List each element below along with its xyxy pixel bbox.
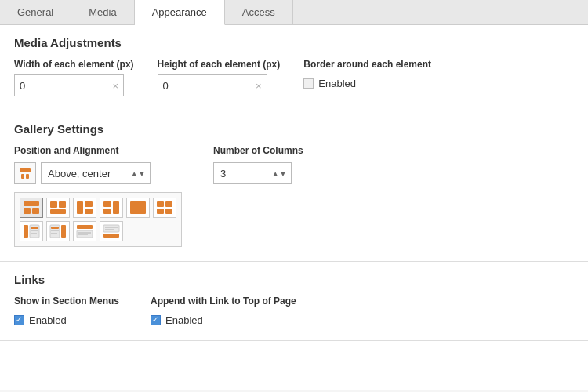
show-label: Show in Section Menus: [14, 296, 119, 307]
layout-item-5[interactable]: [126, 198, 150, 218]
append-enabled-label: Enabled: [165, 314, 203, 326]
width-input[interactable]: [20, 80, 109, 92]
media-adjustments-section: Media Adjustments Width of each element …: [0, 25, 588, 111]
layout-item-6[interactable]: [153, 198, 176, 218]
align-preview-svg: [17, 165, 33, 181]
svg-rect-23: [31, 230, 38, 231]
height-label: Height of each element (px): [158, 59, 281, 70]
tabs-bar: General Media Appearance Access: [0, 0, 588, 25]
height-input-wrap: ×: [158, 74, 267, 96]
border-enabled-row: Enabled: [303, 78, 431, 89]
layout-item-10[interactable]: [100, 221, 123, 241]
layout-item-9[interactable]: [73, 221, 96, 241]
links-section: Links Show in Section Menus Enabled Appe…: [0, 262, 588, 341]
append-enabled-checkbox[interactable]: [151, 315, 161, 325]
columns-label: Number of Columns: [213, 145, 303, 156]
svg-rect-24: [31, 233, 37, 234]
svg-rect-6: [50, 201, 57, 208]
svg-rect-8: [50, 209, 66, 214]
align-selector: Above, center Above, left Above, right B…: [14, 162, 182, 184]
svg-rect-28: [51, 230, 59, 231]
svg-rect-17: [165, 201, 172, 207]
svg-rect-4: [24, 208, 31, 214]
layout-item-3[interactable]: [73, 198, 96, 218]
svg-rect-34: [103, 225, 119, 232]
svg-rect-14: [113, 201, 119, 214]
svg-rect-10: [85, 201, 93, 207]
svg-rect-3: [24, 201, 39, 206]
svg-rect-20: [24, 225, 28, 238]
layout-grid: [14, 192, 182, 247]
layout-item-7[interactable]: [20, 221, 43, 241]
svg-rect-36: [105, 229, 114, 230]
svg-rect-5: [32, 208, 39, 214]
columns-col: Number of Columns 1 2 3 4 5 6 ▲▼: [213, 145, 303, 247]
height-input[interactable]: [163, 80, 252, 92]
layout-item-8[interactable]: [46, 221, 70, 241]
gallery-settings-title: Gallery Settings: [14, 122, 574, 136]
svg-rect-18: [157, 209, 164, 214]
height-clear-button[interactable]: ×: [252, 80, 262, 92]
tab-access[interactable]: Access: [225, 0, 293, 24]
columns-select-wrap: 1 2 3 4 5 6 ▲▼: [213, 162, 292, 184]
svg-rect-26: [61, 225, 66, 238]
border-enabled-label: Enabled: [318, 78, 356, 89]
svg-rect-9: [77, 201, 83, 214]
svg-rect-12: [103, 201, 111, 207]
svg-rect-15: [130, 201, 146, 214]
svg-rect-11: [85, 209, 93, 214]
width-clear-button[interactable]: ×: [109, 80, 118, 92]
append-field-group: Append with Link to Top of Page Enabled: [151, 296, 296, 326]
show-field-group: Show in Section Menus Enabled: [14, 296, 119, 326]
layout-row-2: [20, 221, 176, 241]
columns-select[interactable]: 1 2 3 4 5 6: [213, 162, 292, 184]
svg-rect-29: [51, 233, 57, 234]
align-icon-preview: [14, 162, 36, 184]
tab-general[interactable]: General: [0, 0, 71, 24]
layout-item-4[interactable]: [100, 198, 123, 218]
media-adjustments-fields: Width of each element (px) × Height of e…: [14, 59, 574, 96]
gallery-settings-section: Gallery Settings Position and Alignment: [0, 111, 588, 262]
svg-rect-7: [59, 201, 66, 208]
position-label: Position and Alignment: [14, 145, 182, 156]
svg-rect-16: [157, 201, 164, 207]
show-enabled-label: Enabled: [29, 314, 67, 326]
svg-rect-22: [31, 227, 38, 229]
width-label: Width of each element (px): [14, 59, 134, 70]
tab-appearance[interactable]: Appearance: [135, 0, 225, 25]
svg-rect-31: [77, 230, 93, 238]
media-adjustments-title: Media Adjustments: [14, 36, 574, 49]
border-label: Border around each element: [303, 59, 431, 70]
position-select-wrap: Above, center Above, left Above, right B…: [41, 162, 151, 184]
border-enabled-checkbox[interactable]: [303, 78, 314, 89]
links-title: Links: [14, 273, 574, 286]
links-fields: Show in Section Menus Enabled Append wit…: [14, 296, 574, 326]
svg-rect-1: [21, 174, 24, 179]
gallery-settings-columns: Position and Alignment Above, center: [14, 145, 574, 247]
svg-rect-33: [78, 234, 88, 235]
position-select[interactable]: Above, center Above, left Above, right B…: [41, 162, 151, 184]
width-input-wrap: ×: [14, 74, 124, 96]
svg-rect-27: [51, 227, 59, 229]
svg-rect-13: [103, 209, 111, 214]
svg-rect-0: [20, 168, 31, 172]
border-field-group: Border around each element Enabled: [303, 59, 431, 89]
svg-rect-32: [78, 232, 91, 234]
show-enabled-row: Enabled: [14, 314, 119, 326]
svg-rect-2: [26, 174, 29, 179]
layout-item-2[interactable]: [46, 198, 70, 218]
append-label: Append with Link to Top of Page: [151, 296, 296, 307]
layout-row-1: [20, 198, 176, 218]
append-enabled-row: Enabled: [151, 314, 296, 326]
content-area: Media Adjustments Width of each element …: [0, 25, 588, 390]
svg-rect-19: [165, 209, 172, 214]
svg-rect-30: [77, 225, 93, 229]
svg-rect-35: [105, 227, 118, 228]
position-col: Position and Alignment Above, center: [14, 145, 182, 247]
width-field-group: Width of each element (px) ×: [14, 59, 134, 96]
show-enabled-checkbox[interactable]: [14, 315, 24, 325]
tab-media[interactable]: Media: [71, 0, 134, 24]
layout-item-1[interactable]: [20, 198, 43, 218]
height-field-group: Height of each element (px) ×: [158, 59, 281, 96]
svg-rect-37: [103, 234, 119, 238]
